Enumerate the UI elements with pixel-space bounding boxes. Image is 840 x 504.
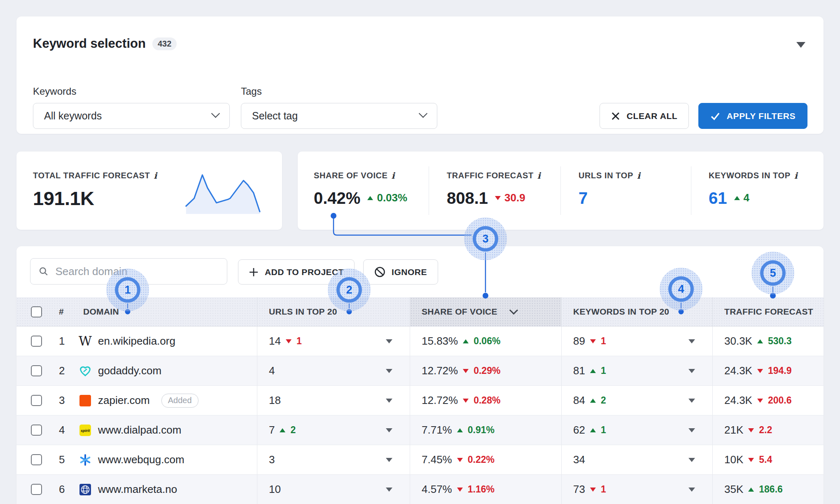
- panel-title-row: Keyword selection 432: [33, 36, 177, 51]
- sov-delta: 1.16%: [468, 484, 495, 495]
- row-rank: 2: [54, 356, 78, 385]
- traffic-forecast-value: 10K: [724, 453, 743, 466]
- column-header-traffic-forecast[interactable]: TRAFFIC FORECAST: [712, 297, 824, 326]
- keywords-delta: 1: [601, 484, 606, 495]
- info-icon[interactable]: [794, 170, 798, 181]
- trend-arrow-icon: [748, 428, 754, 432]
- expand-caret-icon[interactable]: [386, 369, 392, 373]
- expand-caret-icon[interactable]: [386, 399, 392, 403]
- traffic-sparkline: [182, 167, 271, 219]
- ignore-button[interactable]: IGNORE: [363, 259, 438, 285]
- urls-in-top20-cell: 4: [257, 356, 410, 385]
- stat-metric: KEYWORDS IN TOP 61 4: [709, 170, 798, 206]
- traffic-forecast-value: 24.3K: [724, 394, 752, 407]
- stat-metric-value: 808.1: [447, 190, 488, 206]
- trend-arrow-icon: [457, 458, 463, 462]
- stat-metric-label: KEYWORDS IN TOP: [709, 171, 791, 180]
- divider: [429, 166, 429, 215]
- info-icon[interactable]: [154, 170, 157, 181]
- traffic-forecast-value: 35K: [724, 483, 743, 496]
- domain-link[interactable]: godaddy.com: [98, 364, 161, 377]
- urls-delta: 2: [290, 425, 296, 436]
- urls-in-top20-cell: 10: [257, 475, 410, 504]
- row-checkbox[interactable]: [31, 454, 42, 465]
- trend-arrow-icon: [757, 369, 763, 373]
- total-traffic-forecast-card: TOTAL TRAFFIC FORECAST 191.1K: [16, 152, 282, 230]
- annotation-marker-2: 2: [336, 277, 362, 303]
- keywords-value: 73: [573, 483, 585, 496]
- column-header-domain[interactable]: DOMAIN: [78, 297, 257, 326]
- collapse-caret-icon[interactable]: [796, 42, 805, 48]
- row-checkbox[interactable]: [31, 484, 42, 495]
- expand-caret-icon[interactable]: [688, 428, 695, 432]
- sov-value: 12.72%: [422, 364, 458, 377]
- expand-caret-icon[interactable]: [688, 339, 695, 343]
- share-of-voice-cell: 7.45% 0.22%: [410, 445, 561, 474]
- table-row: 2 godaddy.com 4 12.72% 0.29% 81 1 24.3K …: [16, 356, 824, 386]
- row-checkbox[interactable]: [31, 365, 42, 376]
- share-of-voice-cell: 12.72% 0.28%: [410, 386, 561, 415]
- expand-caret-icon[interactable]: [386, 339, 392, 343]
- traffic-forecast-delta: 2.2: [759, 425, 772, 436]
- keywords-delta: 1: [601, 425, 606, 436]
- info-icon[interactable]: [637, 170, 640, 181]
- row-checkbox-cell: [16, 327, 54, 356]
- annotation-marker-1: 1: [115, 277, 140, 303]
- domain-link[interactable]: www.marketa.no: [98, 483, 177, 496]
- traffic-forecast-delta: 530.3: [768, 336, 792, 347]
- keywords-delta: 1: [601, 365, 606, 376]
- clear-all-button[interactable]: CLEAR ALL: [600, 103, 689, 129]
- traffic-forecast-cell: 24.3K 200.6: [712, 386, 824, 415]
- annotation-marker-3: 3: [473, 226, 498, 252]
- keywords-delta: 2: [601, 395, 606, 406]
- row-checkbox[interactable]: [31, 425, 42, 436]
- keywords-in-top20-cell: 84 2: [561, 386, 712, 415]
- expand-caret-icon[interactable]: [386, 428, 392, 432]
- stat-metric-value: 61: [709, 190, 727, 206]
- tags-label: Tags: [241, 86, 262, 97]
- select-all-checkbox[interactable]: [31, 306, 42, 317]
- urls-value: 3: [269, 453, 275, 466]
- keywords-value: 62: [573, 424, 585, 436]
- apply-filters-button[interactable]: APPLY FILTERS: [698, 103, 807, 129]
- keywords-in-top20-cell: 34: [561, 445, 712, 474]
- info-icon[interactable]: [392, 170, 395, 181]
- stat-metric-delta: 30.9: [504, 191, 525, 204]
- table-row: 6 www.marketa.no 10 4.57% 1.16% 73 1 35K…: [16, 475, 824, 504]
- annotation-marker-4: 4: [668, 276, 694, 302]
- column-header-share-of-voice[interactable]: SHARE OF VOICE: [410, 297, 561, 326]
- domain-link[interactable]: en.wikipedia.org: [98, 335, 175, 348]
- expand-caret-icon[interactable]: [386, 488, 392, 492]
- keywords-select[interactable]: All keywords: [33, 103, 230, 129]
- stat-metric-label: TRAFFIC FORECAST: [447, 171, 534, 180]
- clear-all-label: CLEAR ALL: [627, 111, 678, 121]
- row-checkbox[interactable]: [31, 336, 42, 347]
- expand-caret-icon[interactable]: [688, 399, 695, 403]
- annotation-marker-5: 5: [760, 260, 786, 286]
- row-checkbox-cell: [16, 356, 54, 385]
- keywords-in-top20-cell: 81 1: [561, 356, 712, 385]
- traffic-forecast-delta: 200.6: [768, 395, 792, 406]
- expand-caret-icon[interactable]: [688, 488, 695, 492]
- spirit-favicon: spirit: [79, 424, 91, 436]
- domain-link[interactable]: www.dialpad.com: [98, 424, 181, 436]
- table-row: 3 zapier.com Added 18 12.72% 0.28% 84 2 …: [16, 386, 824, 415]
- sov-delta: 0.29%: [474, 365, 500, 376]
- info-icon[interactable]: [537, 170, 541, 181]
- domain-cell: www.marketa.no: [78, 475, 257, 504]
- urls-in-top20-cell: 3: [257, 445, 410, 474]
- expand-caret-icon[interactable]: [688, 458, 695, 462]
- metrics-card: SHARE OF VOICE 0.42% 0.03% TRAFFIC FOREC…: [298, 152, 824, 230]
- trend-arrow-icon: [590, 428, 596, 432]
- domain-link[interactable]: www.webqug.com: [98, 453, 184, 466]
- keywords-in-top20-cell: 62 1: [561, 415, 712, 445]
- keywords-delta: 1: [601, 336, 606, 347]
- row-checkbox[interactable]: [31, 395, 42, 406]
- block-icon: [374, 266, 385, 278]
- trend-arrow-icon: [457, 488, 463, 492]
- expand-caret-icon[interactable]: [688, 369, 695, 373]
- traffic-forecast-cell: 21K 2.2: [712, 415, 824, 445]
- domain-link[interactable]: zapier.com: [98, 394, 150, 407]
- tags-select[interactable]: Select tag: [241, 103, 437, 129]
- expand-caret-icon[interactable]: [386, 458, 392, 462]
